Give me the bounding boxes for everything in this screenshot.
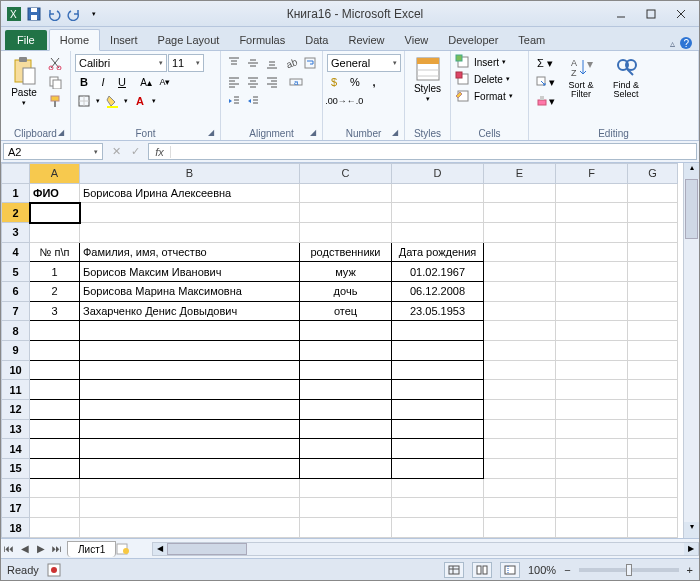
cell[interactable]: Борисова Ирина Алексеевна [80, 183, 300, 203]
cell[interactable] [80, 459, 300, 479]
cell[interactable] [30, 518, 80, 538]
normal-view-icon[interactable] [444, 562, 464, 578]
cell[interactable] [300, 341, 392, 361]
format-cells-button[interactable]: Format▾ [455, 88, 513, 104]
row-header[interactable]: 2 [2, 203, 30, 223]
cell[interactable] [484, 183, 556, 203]
vertical-scrollbar[interactable]: ▴ ▾ [683, 163, 699, 538]
cell[interactable] [80, 400, 300, 420]
save-icon[interactable] [25, 5, 43, 23]
cell[interactable]: Фамилия, имя, отчество [80, 242, 300, 262]
cell[interactable] [300, 498, 392, 518]
cell[interactable] [484, 262, 556, 282]
cell[interactable] [484, 459, 556, 479]
borders-icon[interactable] [75, 92, 93, 110]
increase-decimal-icon[interactable]: .00→ [327, 92, 345, 110]
cell[interactable] [80, 321, 300, 341]
cell[interactable] [300, 321, 392, 341]
accounting-format-icon[interactable]: $ [327, 73, 345, 91]
cell[interactable] [392, 341, 484, 361]
cell[interactable]: дочь [300, 282, 392, 302]
cell[interactable]: 23.05.1953 [392, 301, 484, 321]
cell[interactable] [556, 262, 628, 282]
decrease-decimal-icon[interactable]: ←.0 [346, 92, 364, 110]
row-header[interactable]: 1 [2, 183, 30, 203]
cell[interactable] [300, 183, 392, 203]
paste-button[interactable]: Paste ▾ [5, 54, 43, 109]
row-header[interactable]: 5 [2, 262, 30, 282]
col-header[interactable]: F [556, 164, 628, 184]
cell[interactable] [556, 459, 628, 479]
align-bottom-icon[interactable] [263, 54, 281, 72]
align-right-icon[interactable] [263, 73, 281, 91]
cell[interactable] [30, 400, 80, 420]
tab-page-layout[interactable]: Page Layout [148, 30, 230, 50]
cell[interactable] [484, 282, 556, 302]
row-header[interactable]: 7 [2, 301, 30, 321]
cell[interactable] [392, 321, 484, 341]
cell[interactable] [556, 223, 628, 243]
cell[interactable]: Захарченко Денис Довыдович [80, 301, 300, 321]
cell[interactable] [30, 459, 80, 479]
cell[interactable] [628, 223, 678, 243]
cell[interactable] [556, 400, 628, 420]
cell[interactable] [628, 439, 678, 459]
cell[interactable] [484, 419, 556, 439]
cell[interactable] [392, 400, 484, 420]
cell[interactable] [300, 380, 392, 400]
cell[interactable] [556, 242, 628, 262]
font-color-icon[interactable]: A [131, 92, 149, 110]
cell[interactable] [30, 498, 80, 518]
cell[interactable] [628, 183, 678, 203]
cell[interactable] [392, 439, 484, 459]
maximize-button[interactable] [637, 5, 665, 23]
macro-record-icon[interactable] [47, 563, 61, 577]
cell[interactable] [484, 400, 556, 420]
cell[interactable] [628, 282, 678, 302]
cell[interactable] [300, 459, 392, 479]
orientation-icon[interactable]: ab [282, 54, 300, 72]
cell[interactable] [628, 321, 678, 341]
decrease-indent-icon[interactable] [225, 92, 243, 110]
cell[interactable] [484, 203, 556, 223]
cell[interactable]: № п\п [30, 242, 80, 262]
cell[interactable] [80, 478, 300, 498]
col-header[interactable]: A [30, 164, 80, 184]
cell[interactable] [556, 183, 628, 203]
redo-icon[interactable] [65, 5, 83, 23]
cell[interactable] [30, 360, 80, 380]
cell[interactable] [628, 419, 678, 439]
font-size-combo[interactable]: 11▾ [168, 54, 204, 72]
increase-font-icon[interactable]: A▴ [137, 73, 155, 91]
cell[interactable] [556, 301, 628, 321]
cell[interactable] [392, 203, 484, 223]
cell[interactable] [80, 518, 300, 538]
cut-icon[interactable] [46, 54, 64, 72]
bold-button[interactable]: B [75, 73, 93, 91]
cell-styles-button[interactable]: Styles▾ [409, 54, 446, 105]
cell[interactable] [556, 203, 628, 223]
cell[interactable]: 2 [30, 282, 80, 302]
increase-indent-icon[interactable] [244, 92, 262, 110]
align-left-icon[interactable] [225, 73, 243, 91]
tab-formulas[interactable]: Formulas [229, 30, 295, 50]
cell[interactable] [484, 439, 556, 459]
cell[interactable] [484, 301, 556, 321]
tab-view[interactable]: View [395, 30, 439, 50]
cell[interactable] [300, 478, 392, 498]
cell[interactable] [392, 360, 484, 380]
cell[interactable] [484, 498, 556, 518]
merge-center-icon[interactable]: a [287, 73, 305, 91]
zoom-level[interactable]: 100% [528, 564, 556, 576]
col-header[interactable]: E [484, 164, 556, 184]
align-top-icon[interactable] [225, 54, 243, 72]
cell[interactable]: 01.02.1967 [392, 262, 484, 282]
align-middle-icon[interactable] [244, 54, 262, 72]
page-layout-view-icon[interactable] [472, 562, 492, 578]
cell[interactable]: 1 [30, 262, 80, 282]
cell[interactable] [392, 478, 484, 498]
worksheet-grid[interactable]: ABCDEFG1ФИОБорисова Ирина Алексеевна234№… [1, 163, 699, 538]
sheet-nav-next-icon[interactable]: ▶ [33, 543, 49, 554]
fill-color-icon[interactable] [103, 92, 121, 110]
cell[interactable] [556, 360, 628, 380]
